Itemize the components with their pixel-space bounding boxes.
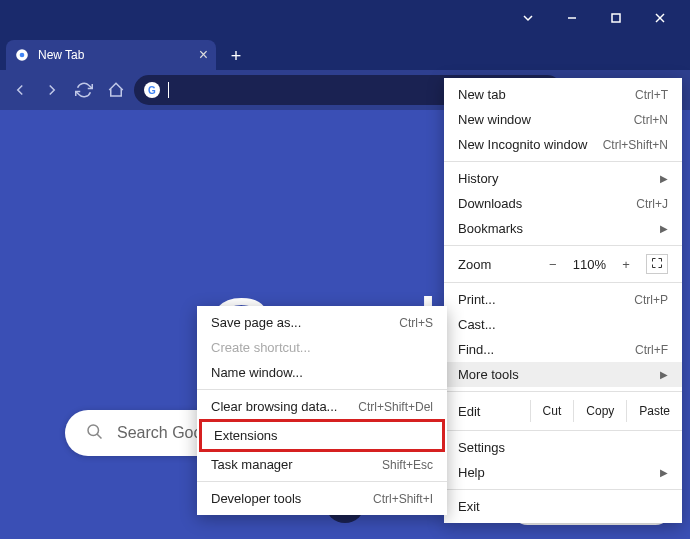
menu-help[interactable]: Help▶ xyxy=(444,460,682,485)
window-close-button[interactable] xyxy=(638,2,682,34)
menu-history[interactable]: History▶ xyxy=(444,166,682,191)
tab-close-button[interactable]: × xyxy=(199,46,208,64)
menu-bookmarks[interactable]: Bookmarks▶ xyxy=(444,216,682,241)
menu-new-window[interactable]: New windowCtrl+N xyxy=(444,107,682,132)
chrome-menu: New tabCtrl+T New windowCtrl+N New Incog… xyxy=(444,78,682,523)
svg-line-16 xyxy=(97,434,102,439)
submenu-clear-browsing-data[interactable]: Clear browsing data...Ctrl+Shift+Del xyxy=(197,394,447,419)
extensions-highlight: Extensions xyxy=(199,419,445,452)
menu-find[interactable]: Find...Ctrl+F xyxy=(444,337,682,362)
menu-separator xyxy=(444,161,682,162)
menu-cast[interactable]: Cast... xyxy=(444,312,682,337)
zoom-in-button[interactable]: + xyxy=(616,257,636,272)
paste-button[interactable]: Paste xyxy=(626,400,682,422)
menu-zoom-row: Zoom − 110% + xyxy=(444,250,682,278)
submenu-name-window[interactable]: Name window... xyxy=(197,360,447,385)
menu-new-incognito[interactable]: New Incognito windowCtrl+Shift+N xyxy=(444,132,682,157)
submenu-task-manager[interactable]: Task managerShift+Esc xyxy=(197,452,447,477)
window-titlebar xyxy=(0,0,690,36)
chevron-right-icon: ▶ xyxy=(660,369,668,380)
menu-separator xyxy=(444,430,682,431)
google-icon: G xyxy=(144,82,160,98)
tab-title: New Tab xyxy=(38,48,84,62)
submenu-developer-tools[interactable]: Developer toolsCtrl+Shift+I xyxy=(197,486,447,511)
menu-settings[interactable]: Settings xyxy=(444,435,682,460)
chevron-right-icon: ▶ xyxy=(660,467,668,478)
svg-point-5 xyxy=(20,53,25,58)
svg-rect-1 xyxy=(612,14,620,22)
copy-button[interactable]: Copy xyxy=(573,400,626,422)
menu-edit-row: Edit Cut Copy Paste xyxy=(444,396,682,426)
window-maximize-button[interactable] xyxy=(594,2,638,34)
svg-point-15 xyxy=(88,425,99,436)
chevron-right-icon: ▶ xyxy=(660,223,668,234)
reload-button[interactable] xyxy=(70,76,98,104)
text-cursor xyxy=(168,82,169,98)
menu-separator xyxy=(197,389,447,390)
menu-separator xyxy=(444,489,682,490)
search-icon xyxy=(85,422,103,444)
fullscreen-button[interactable] xyxy=(646,254,668,274)
submenu-extensions[interactable]: Extensions xyxy=(202,422,442,449)
menu-exit[interactable]: Exit xyxy=(444,494,682,519)
menu-separator xyxy=(444,282,682,283)
edit-label: Edit xyxy=(458,404,530,419)
submenu-save-page[interactable]: Save page as...Ctrl+S xyxy=(197,310,447,335)
menu-separator xyxy=(197,481,447,482)
menu-more-tools[interactable]: More tools▶ xyxy=(444,362,682,387)
menu-separator xyxy=(444,391,682,392)
forward-button[interactable] xyxy=(38,76,66,104)
submenu-create-shortcut[interactable]: Create shortcut... xyxy=(197,335,447,360)
menu-separator xyxy=(444,245,682,246)
home-button[interactable] xyxy=(102,76,130,104)
tab-strip: New Tab × + xyxy=(0,36,690,70)
back-button[interactable] xyxy=(6,76,34,104)
menu-downloads[interactable]: DownloadsCtrl+J xyxy=(444,191,682,216)
menu-new-tab[interactable]: New tabCtrl+T xyxy=(444,82,682,107)
zoom-value: 110% xyxy=(573,257,606,272)
zoom-out-button[interactable]: − xyxy=(543,257,563,272)
new-tab-button[interactable]: + xyxy=(222,42,250,70)
window-dropdown-icon[interactable] xyxy=(506,2,550,34)
zoom-label: Zoom xyxy=(458,257,533,272)
chrome-icon xyxy=(14,47,30,63)
cut-button[interactable]: Cut xyxy=(530,400,574,422)
window-minimize-button[interactable] xyxy=(550,2,594,34)
chevron-right-icon: ▶ xyxy=(660,173,668,184)
menu-print[interactable]: Print...Ctrl+P xyxy=(444,287,682,312)
more-tools-submenu: Save page as...Ctrl+S Create shortcut...… xyxy=(197,306,447,515)
browser-tab[interactable]: New Tab × xyxy=(6,40,216,70)
